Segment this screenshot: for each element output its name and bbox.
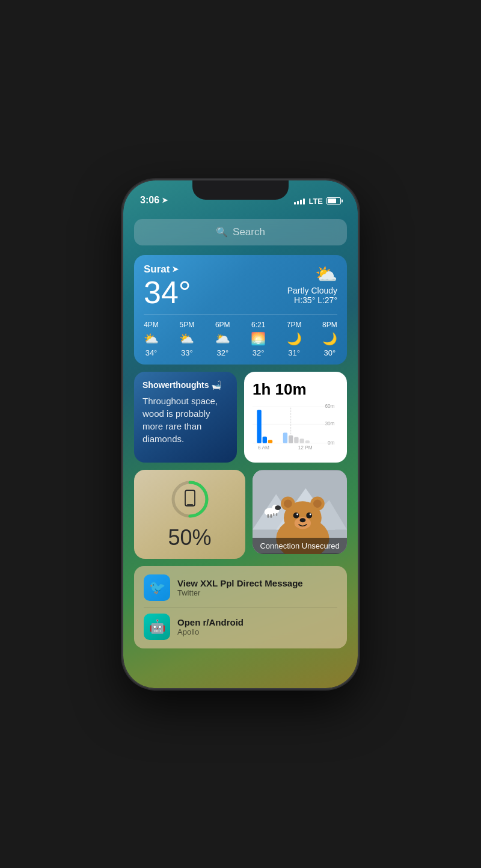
- content-area: 🔍 Search Surat ➤ 34° ⛅: [123, 212, 358, 688]
- battery-percent-label: 50%: [168, 525, 211, 550]
- svg-rect-8: [268, 440, 272, 443]
- weather-temperature: 34°: [144, 277, 191, 308]
- weather-hour-4pm: 4PM ⛅ 34°: [144, 321, 159, 357]
- svg-rect-9: [283, 432, 287, 443]
- weather-left: Surat ➤ 34°: [144, 263, 191, 308]
- svg-rect-13: [305, 440, 310, 443]
- bathtub-icon: 🛁: [211, 380, 221, 390]
- weather-icon-621: 🌅: [251, 331, 266, 346]
- weather-icon-6pm: 🌥️: [215, 331, 230, 346]
- svg-text:0m: 0m: [328, 439, 335, 445]
- location-icon: ➤: [162, 196, 168, 205]
- signal-bar-3: [300, 200, 302, 205]
- svg-text:60m: 60m: [325, 402, 334, 408]
- showerthoughts-quote: Throughout space, wood is probably more …: [142, 395, 228, 445]
- weather-hourly: 4PM ⛅ 34° 5PM ⛅ 33° 6PM 🌥️ 32°: [144, 314, 337, 357]
- notch: [192, 180, 289, 200]
- svg-rect-12: [299, 439, 304, 443]
- vpn-label: Connection Unsecured: [253, 538, 347, 554]
- status-right: LTE: [294, 197, 341, 206]
- middle-widget-row: Showerthoughts 🛁 Throughout space, wood …: [134, 372, 347, 463]
- svg-rect-7: [263, 436, 267, 443]
- apollo-app-icon: 🤖: [144, 614, 170, 640]
- weather-icon-5pm: ⛅: [179, 331, 194, 346]
- battery-widget[interactable]: 50%: [134, 470, 245, 559]
- weather-right: ⛅ Partly Cloudy H:35° L:27°: [287, 263, 337, 305]
- weather-icon-7pm: 🌙: [287, 331, 302, 346]
- screentime-chart-svg: 60m 30m 0m: [253, 400, 339, 454]
- twitter-notification-title: View XXL Ppl Direct Message: [177, 578, 303, 588]
- svg-point-33: [296, 513, 298, 515]
- hour-label-4pm: 4PM: [144, 321, 159, 329]
- weather-hour-6pm: 6PM 🌥️ 32°: [215, 321, 230, 357]
- apollo-notification-subtitle: Apollo: [177, 627, 244, 636]
- weather-condition-icon: ⛅: [287, 263, 337, 285]
- svg-rect-11: [294, 437, 298, 443]
- weather-condition-text: Partly Cloudy H:35° L:27°: [287, 286, 337, 305]
- location-arrow-icon: ➤: [172, 265, 179, 274]
- hour-label-5pm: 5PM: [180, 321, 195, 329]
- svg-point-44: [275, 505, 281, 510]
- weather-city: Surat: [144, 263, 170, 275]
- svg-rect-19: [185, 490, 195, 506]
- hour-label-7pm: 7PM: [287, 321, 302, 329]
- apollo-notification-title: Open r/Android: [177, 617, 244, 627]
- svg-point-31: [293, 512, 299, 518]
- vpn-widget[interactable]: Connection Unsecured: [253, 470, 347, 554]
- search-icon: 🔍: [216, 226, 228, 238]
- showerthoughts-widget[interactable]: Showerthoughts 🛁 Throughout space, wood …: [134, 372, 237, 463]
- weather-high-low: H:35° L:27°: [287, 295, 337, 305]
- temp-621: 32°: [253, 348, 265, 357]
- temp-4pm: 34°: [146, 348, 158, 357]
- screentime-chart: 60m 30m 0m: [253, 400, 339, 454]
- screentime-total: 1h 10m: [253, 380, 339, 399]
- battery-fill: [328, 199, 336, 203]
- svg-rect-6: [257, 410, 261, 443]
- hour-label-6pm: 6PM: [215, 321, 230, 329]
- weather-main-row: Surat ➤ 34° ⛅ Partly Cloudy H:35° L:27°: [144, 263, 337, 308]
- signal-bars: [294, 197, 305, 205]
- weather-low: L:27°: [317, 295, 337, 305]
- weather-icon-4pm: ⛅: [144, 331, 159, 346]
- showerthoughts-title-text: Showerthoughts: [142, 380, 209, 390]
- weather-widget[interactable]: Surat ➤ 34° ⛅ Partly Cloudy H:35° L:27°: [134, 255, 347, 365]
- apollo-robot-icon: 🤖: [149, 619, 165, 635]
- search-placeholder: Search: [233, 226, 265, 238]
- svg-point-32: [306, 512, 312, 518]
- battery-status: [326, 197, 341, 205]
- weather-hour-7pm: 7PM 🌙 31°: [287, 321, 302, 357]
- battery-ring-container: [169, 478, 211, 520]
- weather-high: H:35°: [294, 295, 315, 305]
- network-type: LTE: [308, 197, 323, 206]
- weather-icon-8pm: 🌙: [322, 331, 337, 346]
- search-bar[interactable]: 🔍 Search: [134, 219, 347, 245]
- showerthoughts-title: Showerthoughts 🛁: [142, 380, 228, 390]
- svg-rect-39: [270, 514, 272, 517]
- phone-frame: 3:06 ➤ LTE 🔍 Search: [123, 180, 358, 688]
- signal-bar-4: [303, 199, 305, 205]
- svg-point-30: [313, 499, 322, 508]
- temp-5pm: 33°: [181, 348, 193, 357]
- svg-point-28: [284, 499, 292, 508]
- apollo-notification[interactable]: 🤖 Open r/Android Apollo: [144, 614, 337, 640]
- twitter-notification-subtitle: Twitter: [177, 588, 303, 597]
- weather-hour-621: 6:21 🌅 32°: [251, 321, 266, 357]
- phone-screen: 3:06 ➤ LTE 🔍 Search: [123, 180, 358, 688]
- screentime-widget[interactable]: 1h 10m 60m 30m 0m: [244, 372, 347, 463]
- time-display: 3:06: [140, 195, 159, 206]
- twitter-bird-icon: 🐦: [149, 580, 165, 596]
- svg-rect-38: [268, 514, 269, 517]
- battery-ring-svg: [169, 478, 211, 520]
- apollo-notification-text: Open r/Android Apollo: [177, 617, 244, 636]
- hour-label-8pm: 8PM: [322, 321, 337, 329]
- svg-text:6 AM: 6 AM: [258, 444, 269, 450]
- svg-point-34: [310, 513, 311, 515]
- signal-bar-2: [297, 201, 299, 205]
- svg-rect-42: [273, 512, 274, 516]
- svg-rect-20: [187, 504, 193, 505]
- svg-text:12 PM: 12 PM: [298, 444, 313, 450]
- svg-rect-43: [276, 512, 277, 516]
- twitter-notification[interactable]: 🐦 View XXL Ppl Direct Message Twitter: [144, 574, 337, 601]
- notification-divider: [144, 607, 337, 608]
- notifications-card: 🐦 View XXL Ppl Direct Message Twitter 🤖 …: [134, 566, 347, 648]
